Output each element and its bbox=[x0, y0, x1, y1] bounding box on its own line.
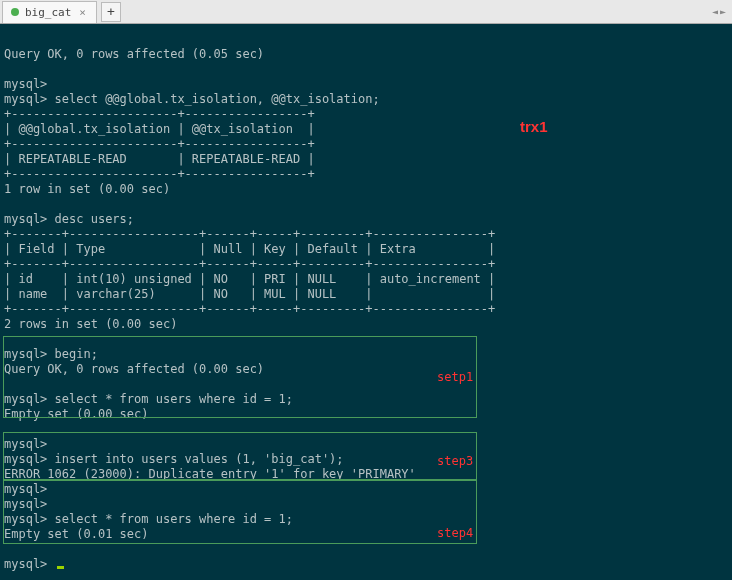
term-line: | id | int(10) unsigned | NO | PRI | NUL… bbox=[4, 272, 495, 286]
nav-left-icon[interactable]: ◄ bbox=[712, 6, 718, 17]
term-line: ERROR 1062 (23000): Duplicate entry '1' … bbox=[4, 467, 416, 481]
tab-big-cat[interactable]: big_cat × bbox=[2, 1, 97, 23]
cursor-icon bbox=[57, 566, 64, 569]
term-line: +-------+------------------+------+-----… bbox=[4, 257, 495, 271]
term-line: Query OK, 0 rows affected (0.00 sec) bbox=[4, 362, 264, 376]
term-line: mysql> insert into users values (1, 'big… bbox=[4, 452, 344, 466]
term-line: 2 rows in set (0.00 sec) bbox=[4, 317, 177, 331]
term-line: mysql> bbox=[4, 497, 47, 511]
nav-arrows: ◄ ► bbox=[712, 6, 726, 17]
term-line: +-------+------------------+------+-----… bbox=[4, 227, 495, 241]
term-line: mysql> select * from users where id = 1; bbox=[4, 392, 293, 406]
plus-icon: + bbox=[107, 4, 115, 19]
nav-right-icon[interactable]: ► bbox=[720, 6, 726, 17]
term-line: | name | varchar(25) | NO | MUL | NULL |… bbox=[4, 287, 495, 301]
term-line: Empty set (0.00 sec) bbox=[4, 407, 149, 421]
term-line: mysql> bbox=[4, 437, 47, 451]
term-line: | @@global.tx_isolation | @@tx_isolation… bbox=[4, 122, 315, 136]
term-line: mysql> desc users; bbox=[4, 212, 134, 226]
term-line: +-----------------------+---------------… bbox=[4, 107, 315, 121]
term-line: | Field | Type | Null | Key | Default | … bbox=[4, 242, 495, 256]
term-line: 1 row in set (0.00 sec) bbox=[4, 182, 170, 196]
term-line: mysql> select @@global.tx_isolation, @@t… bbox=[4, 92, 380, 106]
term-line: mysql> begin; bbox=[4, 347, 98, 361]
term-prompt: mysql> bbox=[4, 557, 55, 571]
term-line: mysql> bbox=[4, 77, 47, 91]
status-dot-icon bbox=[11, 8, 19, 16]
term-line: mysql> select * from users where id = 1; bbox=[4, 512, 293, 526]
term-line: mysql> bbox=[4, 482, 47, 496]
terminal-output[interactable]: Query OK, 0 rows affected (0.05 sec) mys… bbox=[0, 24, 732, 576]
term-line: +-------+------------------+------+-----… bbox=[4, 302, 495, 316]
term-line: Empty set (0.01 sec) bbox=[4, 527, 149, 541]
term-line: +-----------------------+---------------… bbox=[4, 167, 315, 181]
tab-bar: big_cat × + ◄ ► bbox=[0, 0, 732, 24]
term-line: | REPEATABLE-READ | REPEATABLE-READ | bbox=[4, 152, 315, 166]
close-icon[interactable]: × bbox=[77, 6, 88, 19]
term-line: +-----------------------+---------------… bbox=[4, 137, 315, 151]
add-tab-button[interactable]: + bbox=[101, 2, 121, 22]
tab-title: big_cat bbox=[25, 6, 71, 19]
term-line: Query OK, 0 rows affected (0.05 sec) bbox=[4, 47, 264, 61]
